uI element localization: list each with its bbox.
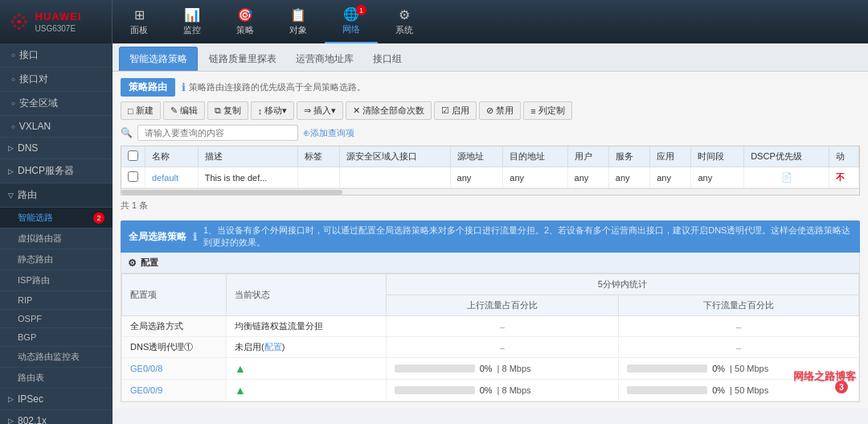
tab-port-group[interactable]: 接口组 <box>363 47 411 71</box>
circle-icon: ○ <box>11 51 15 59</box>
disable-icon: ⊘ <box>486 105 493 116</box>
upload-max-ge009: | 8 Mbps <box>497 385 531 395</box>
sidebar-item-interface-pair[interactable]: ○ 接口对 <box>0 68 113 92</box>
tab-link-quality[interactable]: 链路质量里探表 <box>199 47 286 71</box>
config-section: ⚙ 配置 配置项 当前状态 5分钟内统计 上行流量占百分比 <box>121 253 860 402</box>
nav-item-system[interactable]: ⚙ 系统 <box>378 0 431 43</box>
clear-count-button[interactable]: ✕ 清除全部命次数 <box>346 101 432 120</box>
sidebar-item-static-routing[interactable]: 静态路由 <box>0 249 113 270</box>
move-icon: ↕ <box>258 106 263 116</box>
sidebar-item-security-zone[interactable]: ○ 安全区域 <box>0 92 113 116</box>
search-input[interactable] <box>137 125 298 141</box>
nav-label-dashboard: 面板 <box>130 24 148 36</box>
sidebar-item-rip[interactable]: RIP <box>0 291 113 310</box>
col-dscp: DSCP优先级 <box>744 146 829 167</box>
row-src-addr: any <box>450 167 503 188</box>
sidebar-item-routing[interactable]: ▽ 路由 <box>0 183 113 208</box>
sidebar-item-ospf[interactable]: OSPF <box>0 310 113 328</box>
nav-item-dashboard[interactable]: ⊞ 面板 <box>113 0 166 43</box>
search-add-link[interactable]: ⊕添加查询项 <box>303 127 354 139</box>
main-panel: 策略路由 ℹ 策略路由连接路的优先级高于全局策略选路。 □ 新建 ✎ 编辑 ⧉ … <box>113 72 868 409</box>
object-icon: 📋 <box>290 7 306 23</box>
info-icon: ℹ <box>182 81 186 93</box>
sidebar-item-dynamic-routing-table[interactable]: 动态路由监控表 <box>0 347 113 368</box>
tab-bar: 智能选路策略 链路质量里探表 运营商地址库 接口组 <box>113 43 868 72</box>
row-description: This is the def... <box>198 167 297 188</box>
config-upload-ge009: 0% | 8 Mbps <box>386 380 619 401</box>
insert-button[interactable]: ⇒ 插入▾ <box>297 101 343 120</box>
config-label-ge009[interactable]: GE0/0/9 <box>122 380 227 401</box>
sidebar-label-dns: DNS <box>18 142 38 154</box>
col-src-zone: 源安全区域入接口 <box>339 146 450 167</box>
nav-label-object: 对象 <box>289 24 307 36</box>
nav-item-monitor[interactable]: 📊 监控 <box>166 0 219 43</box>
config-header[interactable]: ⚙ 配置 <box>121 253 859 274</box>
upload-progress-ge009: 0% | 8 Mbps <box>395 385 611 395</box>
search-icon: 🔍 <box>121 127 133 138</box>
sidebar-item-bgp[interactable]: BGP <box>0 328 113 347</box>
upload-bar-ge009 <box>395 386 475 394</box>
download-pct-ge008: 0% <box>712 364 725 373</box>
enable-button[interactable]: ☑ 启用 <box>434 101 477 120</box>
select-all-checkbox[interactable] <box>128 150 138 161</box>
edit-button[interactable]: ✎ 编辑 <box>163 101 205 120</box>
scroll-indicator <box>121 188 859 195</box>
sidebar-item-802x[interactable]: ▷ 802.1x <box>0 410 113 424</box>
customize-button[interactable]: ≡ 列定制 <box>523 101 571 120</box>
nav-item-object[interactable]: 📋 对象 <box>272 0 325 43</box>
global-routing-header: 全局选路策略 ℹ 1、当设备有多个外网接口时，可以通过配置全局选路策略来对多个接… <box>121 220 860 253</box>
config-upload-global-mode: – <box>386 316 619 337</box>
sidebar-item-routing-table[interactable]: 路由表 <box>0 368 113 389</box>
tab-isp-address[interactable]: 运营商地址库 <box>286 47 363 71</box>
row-src-zone <box>339 167 450 188</box>
col-dst-addr: 目的地址 <box>503 146 567 167</box>
config-label-ge008[interactable]: GE0/0/8 <box>122 358 227 380</box>
download-max-ge009: | 50 Mbps <box>730 385 768 395</box>
sidebar-item-ipsec[interactable]: ▷ IPSec <box>0 389 113 410</box>
move-button[interactable]: ↕ 移动▾ <box>251 101 295 120</box>
nav-label-monitor: 监控 <box>183 24 201 36</box>
system-icon: ⚙ <box>399 7 410 23</box>
sidebar-item-smart-routing[interactable]: 智能选路 2 <box>0 208 113 228</box>
upload-pct-ge008: 0% <box>480 364 493 373</box>
new-button[interactable]: □ 新建 <box>121 101 161 120</box>
sidebar-item-virtual-router[interactable]: 虚拟路由器 <box>0 228 113 249</box>
sidebar-item-vxlan[interactable]: ○ VXLAN <box>0 116 113 138</box>
policy-table-wrap: 名称 描述 标签 源安全区域入接口 源地址 目的地址 用户 服务 应用 时间段 … <box>121 146 860 196</box>
row-select-checkbox[interactable] <box>128 171 138 182</box>
ge008-status-icon: ▲ <box>235 362 246 375</box>
nav-label-policy: 策略 <box>236 24 254 36</box>
sidebar-item-dhcp[interactable]: ▷ DHCP服务器 <box>0 159 113 183</box>
config-row-ge009: GE0/0/9 ▲ 0% <box>122 380 859 401</box>
nav-item-network[interactable]: 🌐 网络 1 <box>325 0 378 43</box>
dashboard-icon: ⊞ <box>134 7 145 23</box>
row-name[interactable]: default <box>145 167 199 188</box>
smart-routing-badge: 2 <box>93 212 104 224</box>
sidebar-label-bgp: BGP <box>18 332 36 342</box>
sidebar-item-interface[interactable]: ○ 接口 <box>0 43 113 68</box>
network-badge: 1 <box>356 5 366 15</box>
customize-icon: ≡ <box>530 106 535 116</box>
disable-button[interactable]: ⊘ 禁用 <box>479 101 521 120</box>
edit-row-icon[interactable]: 📄 <box>781 172 792 182</box>
nav-item-policy[interactable]: 🎯 策略 <box>219 0 272 43</box>
huawei-logo-icon <box>8 7 31 36</box>
circle-icon2: ○ <box>11 76 15 83</box>
tab-smart-routing-policy[interactable]: 智能选路策略 <box>119 47 198 71</box>
config-status-global-mode: 均衡链路权益流量分担 <box>227 316 387 337</box>
row-dst-addr: any <box>503 167 567 188</box>
col-app: 应用 <box>650 146 691 167</box>
sidebar-item-dns[interactable]: ▷ DNS <box>0 138 113 159</box>
policy-table: 名称 描述 标签 源安全区域入接口 源地址 目的地址 用户 服务 应用 时间段 … <box>121 146 859 188</box>
gear-icon: ⚙ <box>128 257 137 269</box>
nav-label-network: 网络 <box>342 23 360 35</box>
upload-max-ge008: | 8 Mbps <box>497 364 531 373</box>
sidebar-label-interface: 接口 <box>19 48 39 62</box>
sidebar-item-isp-routing[interactable]: ISP路由 <box>0 270 113 291</box>
col-5min-stats: 5分钟内统计 <box>386 274 858 295</box>
config-status-dns-proxy: 未启用(配置) <box>227 337 387 358</box>
download-progress-ge009: 0% | 50 Mbps <box>627 385 850 395</box>
clear-icon: ✕ <box>353 105 360 116</box>
dns-proxy-config-link[interactable]: 配置 <box>264 342 282 352</box>
copy-button[interactable]: ⧉ 复制 <box>207 101 248 120</box>
